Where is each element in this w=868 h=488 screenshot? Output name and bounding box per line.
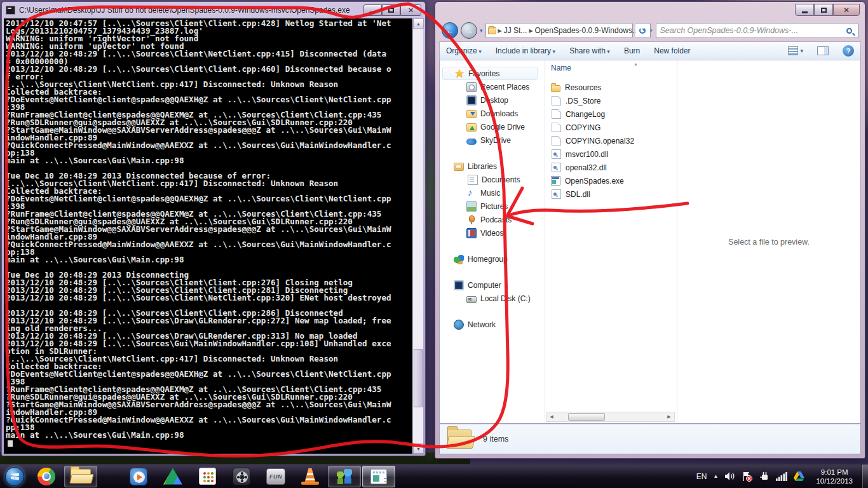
history-dropdown-icon[interactable]: ▾ (480, 27, 483, 34)
console-titlebar[interactable]: C:\Users\mak\Desktop\JJ Stuff do not del… (2, 2, 425, 18)
explorer-minimize-button[interactable] (795, 4, 814, 16)
file-row[interactable]: COPYING (545, 121, 676, 134)
sidebar-item[interactable]: Local Disk (C:) (440, 292, 543, 305)
search-input[interactable]: Search OpenSpades-0.0.9-Windows-... (660, 26, 846, 35)
network-signal-icon[interactable] (776, 472, 787, 481)
taskbar-button[interactable] (362, 466, 395, 487)
maximize-icon (388, 8, 394, 13)
volume-icon[interactable] (724, 471, 735, 481)
file-row[interactable]: COPYING.openal32 (545, 134, 676, 147)
sidebar-item[interactable]: Homegroup (440, 252, 543, 266)
breadcrumb-parent[interactable]: JJ St... (504, 26, 527, 35)
refresh-button[interactable] (635, 23, 651, 38)
action-center-flag-icon[interactable] (742, 471, 753, 482)
library-icon (454, 163, 464, 171)
taskbar-button[interactable] (64, 466, 97, 487)
taskbar-button[interactable] (30, 466, 63, 487)
breadcrumb-current[interactable]: OpenSpades-0.0.9-Windows... (535, 26, 639, 35)
scroll-up-icon[interactable]: ▲ (413, 18, 424, 29)
explorer-maximize-button[interactable] (814, 4, 833, 16)
navigation-pane: Favorites Recent Places Desktop (440, 67, 543, 423)
clock[interactable]: 9:01 PM 10/12/2013 (811, 468, 858, 485)
sidebar-item[interactable]: Videos (440, 226, 543, 240)
show-desktop-button[interactable] (862, 464, 868, 488)
scrollbar-thumb[interactable] (568, 413, 605, 421)
console-minimize-button[interactable] (363, 4, 382, 16)
console-scrollbar-thumb[interactable] (414, 349, 423, 407)
file-row[interactable]: ChangeLog (545, 107, 676, 121)
file-name: msvcr100.dll (566, 150, 608, 159)
sidebar-item[interactable]: Documents (440, 173, 543, 186)
sidebar-item[interactable]: SkyDrive (440, 133, 543, 147)
toolbar-button[interactable]: Include in library (496, 46, 555, 55)
show-hidden-icons-button[interactable]: ▲ (714, 473, 719, 479)
back-button[interactable]: ← (442, 22, 458, 39)
forward-button[interactable]: → (461, 22, 477, 39)
preview-placeholder-text: Select a file to preview. (728, 238, 810, 247)
toolbar-button[interactable]: Burn (624, 46, 640, 55)
taskbar-button[interactable] (156, 466, 189, 487)
sidebar-item[interactable]: Podcasts (440, 213, 543, 226)
toolbar-button[interactable]: Share with (569, 46, 610, 55)
console-log-line: ?QuickConnectPressed@MainWindow@@AAEXXZ … (6, 142, 412, 149)
sidebar-item-label: Network (468, 320, 496, 329)
console-log: 2013/12/10 20:47:57 [..\..\Sources\Clien… (4, 18, 412, 454)
scroll-right-icon[interactable]: ▶ (664, 412, 674, 421)
console-close-button[interactable]: ✕ (400, 4, 421, 16)
sidebar-item[interactable]: Network (440, 318, 543, 331)
sidebar-item[interactable]: Downloads (440, 107, 543, 120)
sidebar-item[interactable]: Computer (440, 278, 543, 292)
recent-icon (466, 82, 477, 92)
preview-pane-toggle-button[interactable] (817, 46, 829, 55)
sidebar-item[interactable]: Recent Places (440, 80, 543, 93)
help-button[interactable]: ? (843, 45, 854, 57)
sidebar-item[interactable]: Desktop (440, 93, 543, 107)
file-row[interactable]: msvcr100.dll (545, 147, 676, 161)
file-row[interactable]: Resources (545, 81, 676, 94)
file-row[interactable]: openal32.dll (545, 161, 676, 174)
sidebar-item[interactable]: Pictures (440, 200, 543, 213)
console-maximize-button[interactable] (382, 4, 400, 16)
console-log-line: main at ..\..\Sources\Gui\Main.cpp:98 (6, 256, 412, 264)
console-log-line: ?QuickConnectPressed@MainWindow@@AAEXXZ … (6, 241, 412, 248)
sidebar-item-label: Desktop (480, 96, 508, 105)
column-header-name[interactable]: Name ▲ (545, 60, 676, 76)
file-list-pane: Name ▲ Resources .DS_Store (544, 60, 676, 423)
views-icon (788, 46, 798, 55)
taskbar-button[interactable] (328, 466, 361, 487)
toolbar-button[interactable]: Organize (446, 46, 482, 55)
file-row[interactable]: SDL.dll (545, 187, 676, 201)
toolbar-button[interactable]: New folder (654, 46, 690, 55)
taskbar-button[interactable] (191, 466, 224, 487)
sidebar-item[interactable]: Google Drive (440, 120, 543, 133)
console-scrollbar[interactable]: ▲ ▼ (412, 18, 423, 454)
skydrive-icon (466, 139, 477, 145)
change-view-button[interactable]: ▾ (788, 46, 803, 55)
sidebar-item[interactable]: Music (440, 186, 543, 200)
taskbar-button[interactable] (1, 466, 29, 487)
explorer-close-button[interactable]: ✕ (833, 4, 860, 16)
search-box[interactable]: Search OpenSpades-0.0.9-Windows-... (656, 23, 858, 38)
scrollbar-track[interactable] (557, 412, 664, 421)
chevron-down-icon: ▾ (800, 48, 803, 54)
sidebar-item-label: Computer (468, 281, 501, 290)
scroll-down-icon[interactable]: ▼ (413, 444, 424, 454)
sidebar-item[interactable]: Favorites (442, 67, 538, 80)
power-plug-icon[interactable] (759, 471, 770, 481)
taskbar-button[interactable]: FUN (259, 466, 292, 487)
file-row[interactable]: .DS_Store (545, 94, 676, 107)
file-row[interactable]: OpenSpades.exe (545, 174, 676, 187)
horizontal-scrollbar[interactable]: ◀ ▶ (546, 412, 675, 422)
file-name: COPYING.openal32 (566, 137, 634, 146)
taskbar-button[interactable] (294, 466, 327, 487)
address-bar[interactable]: ▶ JJ St... ▶ OpenSpades-0.0.9-Windows...… (485, 23, 633, 38)
taskbar-button[interactable] (122, 466, 155, 487)
scroll-left-icon[interactable]: ◀ (546, 412, 557, 421)
file-name: .DS_Store (566, 97, 600, 105)
sidebar-item-label: Libraries (468, 162, 497, 171)
taskbar-button[interactable] (225, 466, 258, 487)
sidebar-item[interactable]: Libraries (440, 159, 543, 173)
vlc-icon (301, 468, 319, 485)
google-drive-tray-icon[interactable] (794, 471, 804, 481)
language-indicator[interactable]: EN (696, 472, 707, 481)
